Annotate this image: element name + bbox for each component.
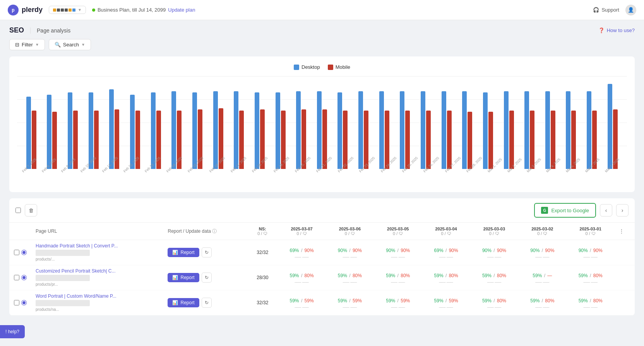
- table-header-row: Page URL Report / Update data ⓘ NS: 0 / …: [9, 223, 635, 240]
- url-path: products/pr...: [36, 282, 58, 286]
- bar-group: [587, 91, 597, 169]
- page-url-link[interactable]: Customized Pencil Portrait Sketch| C...: [36, 268, 128, 274]
- date-3-header: 2025-03-04: [426, 227, 465, 231]
- score-divider: /: [590, 298, 593, 303]
- page-url-link[interactable]: Handmade Portrait Sketch | Convert P...: [36, 243, 128, 249]
- row-checkbox[interactable]: [14, 250, 19, 255]
- logo: p plerdy: [8, 5, 43, 15]
- mobile-checkbox[interactable]: [328, 65, 333, 70]
- score-green: 59%: [482, 273, 492, 278]
- bar-group: [524, 91, 534, 169]
- score-green: 59%: [579, 273, 588, 278]
- score-green: 59%: [386, 298, 395, 303]
- bar-group: [421, 91, 431, 169]
- table-section: 🗑 G Export to Google ‹ › Page URL: [9, 198, 635, 315]
- row-color-dot: [22, 300, 26, 305]
- update-plan-link[interactable]: Update plan: [168, 7, 195, 13]
- score-red: 80%: [545, 298, 554, 303]
- date-2-sub: 0 / 🗨: [379, 231, 417, 236]
- more-cell: [615, 240, 635, 265]
- refresh-button[interactable]: ↻: [202, 247, 212, 257]
- dot3: [61, 9, 64, 12]
- score-divider: /: [542, 298, 545, 303]
- score-red: 80%: [497, 298, 506, 303]
- score-green: 69%: [434, 248, 444, 253]
- filter-button[interactable]: ⊟ Filter ▼: [9, 39, 45, 50]
- refresh-button[interactable]: ↻: [202, 298, 212, 308]
- refresh-button[interactable]: ↻: [202, 273, 212, 283]
- row-checkbox-cell: [9, 290, 31, 315]
- prev-page-button[interactable]: ‹: [600, 204, 612, 216]
- score-underline: ___ ___: [282, 253, 321, 257]
- score-divider: /: [301, 273, 304, 278]
- report-cell: 📊 Report ↻: [163, 265, 247, 290]
- score-red: 80%: [353, 273, 362, 278]
- data-table: Page URL Report / Update data ⓘ NS: 0 / …: [9, 223, 635, 315]
- bar-group: [608, 84, 618, 169]
- report-button[interactable]: 📊 Report: [168, 248, 199, 257]
- score-cell-3: 69% / 90% ___ ___: [422, 240, 470, 265]
- th-date-2: 2025-03-05 0 / 🗨: [374, 223, 422, 240]
- score-divider: /: [493, 273, 496, 278]
- how-to-use-label: How to use?: [607, 27, 635, 33]
- mobile-bar: [447, 111, 452, 169]
- mobile-bar: [385, 111, 389, 169]
- plan-label: Business Plan, till Jul 14, 2099: [98, 7, 166, 13]
- mobile-bar: [530, 111, 534, 169]
- score-underline: ___ ___: [282, 278, 321, 283]
- table-body: Handmade Portrait Sketch | Convert P... …: [9, 240, 635, 315]
- search-button[interactable]: 🔍 Search ▼: [49, 39, 91, 50]
- score-divider: /: [445, 273, 448, 278]
- chevron-left-icon: ‹: [605, 207, 607, 213]
- desktop-checkbox[interactable]: [294, 65, 299, 70]
- page-url-header: Page URL: [36, 228, 57, 234]
- dot4: [65, 9, 68, 12]
- mobile-legend: Mobile: [328, 64, 350, 70]
- bar-group: [47, 95, 57, 169]
- report-button[interactable]: 📊 Report: [168, 273, 199, 282]
- header: p plerdy ▼ Business Plan, till Jul 14, 2…: [0, 0, 644, 20]
- score-cell-4: 59% / 80% ___ ___: [470, 290, 518, 315]
- report-button[interactable]: 📊 Report: [168, 298, 199, 307]
- desktop-bar: [26, 97, 31, 169]
- plan-selector[interactable]: ▼: [49, 6, 86, 14]
- score-cell-3: 59% / 80% ___ ___: [422, 265, 470, 290]
- logo-icon: p: [8, 5, 19, 15]
- info-icon: ⓘ: [212, 228, 217, 234]
- delete-button[interactable]: 🗑: [25, 204, 37, 216]
- next-page-button[interactable]: ›: [616, 204, 629, 216]
- score-green: 59%: [533, 273, 542, 278]
- score-green: 59%: [530, 298, 540, 303]
- mobile-bar: [364, 111, 368, 169]
- page-url-cell: Word Portrait | Custom Word/Name P... pr…: [31, 290, 163, 315]
- score-red: 90%: [593, 248, 603, 253]
- desktop-bar: [276, 92, 280, 169]
- support-button[interactable]: 🎧 Support: [593, 7, 619, 13]
- row-checkbox[interactable]: [14, 300, 19, 305]
- export-google-button[interactable]: G Export to Google: [534, 203, 596, 218]
- score-underline: ___ ___: [331, 253, 369, 257]
- user-avatar[interactable]: 👤: [625, 5, 636, 15]
- row-checkbox[interactable]: [14, 275, 19, 280]
- score-green: 59%: [338, 273, 347, 278]
- date-4-sub: 0 / 🗨: [475, 231, 514, 236]
- desktop-bar: [524, 91, 529, 169]
- dot5: [69, 9, 72, 12]
- score-green: 90%: [579, 248, 588, 253]
- score-cell-6: 59% / 80% ___ ___: [567, 265, 615, 290]
- score-underline: ___ ___: [523, 253, 562, 257]
- select-all-checkbox[interactable]: [15, 208, 21, 213]
- score-underline: ___ ___: [331, 278, 369, 283]
- mobile-bar: [509, 111, 514, 169]
- how-to-use-link[interactable]: ❓ How to use?: [598, 27, 635, 33]
- mobile-bar: [405, 111, 410, 169]
- score-green: 59%: [290, 298, 299, 303]
- score-divider: /: [542, 248, 545, 253]
- score-cell-2: 59% / 80% ___ ___: [374, 265, 422, 290]
- page-url-link[interactable]: Word Portrait | Custom Word/Name P...: [36, 293, 128, 299]
- desktop-bar: [296, 91, 301, 169]
- more-cell: [615, 265, 635, 290]
- th-page-url: Page URL: [31, 223, 163, 240]
- filter-label: Filter: [22, 42, 33, 48]
- date-1-sub: 0 / 🗨: [331, 231, 369, 236]
